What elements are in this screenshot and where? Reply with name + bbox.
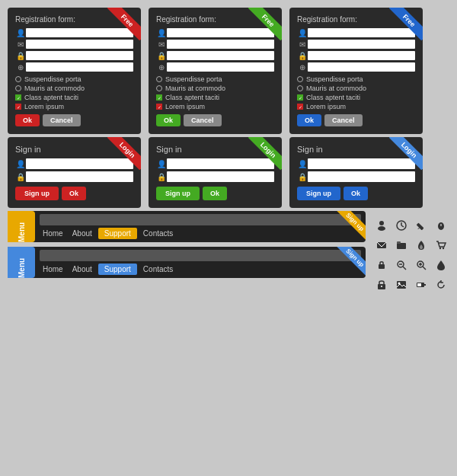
- bottom-section: Sign up Menu 🔍 Home About Support Contac…: [0, 211, 457, 301]
- svg-rect-24: [397, 281, 406, 289]
- login-lock-icon-2: 🔒: [156, 173, 167, 181]
- reg-card-2: Free Registration form: 👤 ✉ 🔒 ⊕ Suspendi…: [149, 8, 282, 134]
- login-ribbon-3: Login: [383, 137, 423, 177]
- login-lock-icon-1: 🔒: [15, 173, 26, 181]
- user-icon-2: 👤: [156, 29, 167, 37]
- signup-button-3[interactable]: Sign up: [297, 187, 340, 200]
- btn-row-2: Ok Cancel: [156, 114, 274, 126]
- nav-support-2[interactable]: Support: [98, 264, 137, 275]
- checkbox-row-2-4: ✓ Lorem ipsum: [156, 103, 274, 110]
- lock-icon-1: 🔒: [15, 52, 26, 60]
- email-icon-3: ✉: [297, 40, 308, 49]
- icon-envelope: [373, 237, 390, 254]
- svg-rect-11: [397, 241, 401, 244]
- form-row-pass-2: 🔒: [156, 51, 274, 60]
- check-3-4[interactable]: ✓: [297, 104, 303, 110]
- free-ribbon-2: Free: [242, 8, 282, 47]
- login-ribbon-2: Login: [242, 137, 282, 177]
- checkboxes-1: Suspendisse porta Mauris at commodo ✓ Cl…: [15, 75, 133, 110]
- login-lock-icon-3: 🔒: [297, 173, 308, 181]
- icon-folder: [393, 237, 410, 254]
- icon-lock: [373, 257, 390, 273]
- checkbox-row-2: Mauris at commodo: [15, 85, 133, 92]
- lock-icon-2: 🔒: [156, 52, 167, 60]
- cancel-button-3[interactable]: Cancel: [324, 114, 363, 126]
- btn-row-1: Ok Cancel: [15, 114, 133, 126]
- check-2[interactable]: [15, 85, 21, 91]
- menu-tab-2[interactable]: Menu: [8, 247, 35, 278]
- svg-line-4: [401, 225, 404, 227]
- login-user-icon-2: 👤: [156, 160, 167, 168]
- icon-refresh: [433, 276, 449, 293]
- code-icon-2: ⊕: [156, 63, 167, 72]
- check-1[interactable]: [15, 76, 21, 82]
- nav-contacts-2[interactable]: Contacts: [140, 264, 176, 274]
- login-ribbon-1: Login: [101, 137, 141, 177]
- code-input-3[interactable]: [308, 62, 415, 72]
- registration-cards-row: Free Registration form: 👤 ✉ 🔒 ⊕ Suspendi…: [0, 0, 457, 137]
- pass-input-3[interactable]: [308, 51, 415, 60]
- check-4[interactable]: ✓: [15, 104, 21, 110]
- check-2-2[interactable]: [156, 85, 162, 91]
- code-input-1[interactable]: [26, 62, 133, 72]
- signup-ribbon-2: Sign up: [331, 247, 366, 282]
- svg-line-16: [403, 267, 406, 270]
- free-ribbon-1: Free: [101, 8, 141, 47]
- nav-bars: Sign up Menu 🔍 Home About Support Contac…: [8, 211, 366, 278]
- check-2-1[interactable]: [156, 76, 162, 82]
- signup-button-1[interactable]: Sign up: [15, 187, 59, 200]
- ok-button-1[interactable]: Ok: [15, 114, 40, 126]
- login-ok-button-3[interactable]: Ok: [344, 187, 368, 200]
- checkboxes-3: Suspendisse porta Mauris at commodo ✓ Cl…: [297, 75, 415, 110]
- check-3[interactable]: ✓: [15, 94, 21, 101]
- icon-cart: [433, 237, 449, 254]
- pass-input-1[interactable]: [26, 51, 133, 60]
- checkbox-row-2-2: Mauris at commodo: [156, 85, 274, 92]
- nav-support-1[interactable]: Support: [98, 228, 137, 239]
- pass-input-2[interactable]: [167, 51, 274, 60]
- nav-contacts-1[interactable]: Contacts: [140, 228, 176, 238]
- login-user-icon-1: 👤: [15, 160, 26, 168]
- search-bar-1: 🔍: [40, 214, 361, 225]
- svg-point-23: [381, 286, 382, 287]
- check-2-3[interactable]: ✓: [156, 94, 162, 101]
- ok-button-2[interactable]: Ok: [156, 114, 181, 126]
- login-btn-row-1: Sign up Ok: [15, 187, 133, 200]
- check-2-4[interactable]: ✓: [156, 104, 162, 110]
- check-3-1[interactable]: [297, 76, 303, 82]
- nav-home-1[interactable]: Home: [40, 228, 66, 238]
- search-bar-2: 🔍: [40, 250, 361, 261]
- icon-pencil: [413, 217, 430, 234]
- svg-point-0: [379, 221, 384, 225]
- checkbox-row-3-2: Mauris at commodo: [297, 85, 415, 92]
- nav-bar-2: Sign up Menu 🔍 Home About Support Contac…: [8, 247, 366, 278]
- nav-about-1[interactable]: About: [69, 228, 95, 238]
- code-icon-3: ⊕: [297, 63, 308, 72]
- code-input-2[interactable]: [167, 62, 274, 72]
- signup-button-2[interactable]: Sign up: [156, 187, 200, 200]
- svg-point-1: [378, 226, 385, 231]
- login-btn-row-2: Sign up Ok: [156, 187, 274, 200]
- login-ok-button-2[interactable]: Ok: [203, 187, 227, 200]
- login-card-3: Login Sign in 👤 🔒 Sign up Ok: [289, 137, 423, 208]
- nav-links-2: Home About Support Contacts: [40, 264, 361, 275]
- cancel-button-2[interactable]: Cancel: [184, 114, 222, 126]
- login-ok-button-1[interactable]: Ok: [62, 187, 86, 200]
- nav-home-2[interactable]: Home: [40, 264, 66, 274]
- svg-marker-6: [417, 228, 420, 229]
- check-3-3[interactable]: ✓: [297, 94, 303, 101]
- check-3-2[interactable]: [297, 85, 303, 91]
- svg-rect-10: [397, 243, 406, 249]
- checkbox-row-2-3: ✓ Class aptent taciti: [156, 94, 274, 101]
- nav-about-2[interactable]: About: [69, 264, 95, 274]
- login-card-2: Login Sign in 👤 🔒 Sign up Ok: [149, 137, 282, 208]
- icon-user: [373, 217, 390, 234]
- ok-button-3[interactable]: Ok: [297, 114, 321, 126]
- icon-search-minus: [393, 257, 410, 273]
- form-row-pass-3: 🔒: [297, 51, 415, 60]
- nav-bar-1: Sign up Menu 🔍 Home About Support Contac…: [8, 211, 366, 242]
- svg-rect-28: [417, 283, 421, 286]
- cancel-button-1[interactable]: Cancel: [43, 114, 81, 126]
- svg-point-13: [443, 248, 444, 249]
- menu-tab-1[interactable]: Menu: [8, 211, 35, 242]
